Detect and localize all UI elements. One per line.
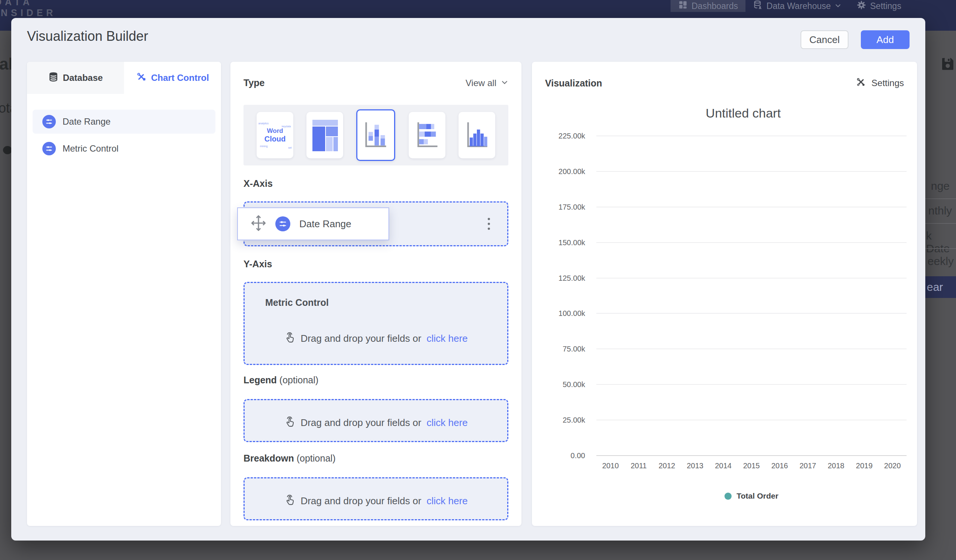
view-all-dropdown[interactable]: View all <box>465 78 508 88</box>
tab-chart-control-label: Chart Control <box>151 73 209 83</box>
y-tick-label: 200.00k <box>539 167 585 176</box>
chart-title: Untitled chart <box>577 106 910 121</box>
word-cloud-text: Word <box>264 127 286 135</box>
chart-settings-button[interactable]: Settings <box>855 77 904 89</box>
tab-database[interactable]: Database <box>27 62 124 94</box>
bar-chart: 225.00k200.00k175.00k150.00k125.00k100.0… <box>539 136 910 456</box>
nav-label-data-warehouse: Data Warehouse <box>766 1 831 11</box>
x-tick-label: 2013 <box>681 461 709 470</box>
dashboards-grid-icon <box>678 0 688 12</box>
x-tick-label: 2016 <box>766 461 794 470</box>
y-tick-label: 75.00k <box>539 345 585 353</box>
stacked-column-icon <box>364 121 388 150</box>
bg-selected-list-fragment: ear <box>922 276 956 298</box>
y-tick-label: 225.00k <box>539 132 585 140</box>
settings-label: Settings <box>871 78 904 88</box>
chart-type-carousel[interactable]: analytics keydata Word Cloud mining set <box>244 105 508 165</box>
bg-list-fragment-1: nge <box>931 180 950 192</box>
bg-list-fragment-2: nthly <box>928 204 952 217</box>
top-nav: Dashboards Data Warehouse Settings <box>671 0 909 12</box>
legend-series-label: Total Order <box>736 491 778 500</box>
x-tick-label: 2015 <box>737 461 765 470</box>
stacked-bar-icon <box>415 121 439 150</box>
visualization-panel: Visualization Settings Untitled chart 22… <box>532 62 917 526</box>
x-tick-label: 2019 <box>850 461 878 470</box>
y-axis-drop-zone[interactable]: Metric Control Drag and drop your fields… <box>244 282 508 365</box>
y-axis-zone-title: Metric Control <box>265 297 329 308</box>
chart-type-word-cloud[interactable]: analytics keydata Word Cloud mining set <box>256 112 293 158</box>
x-tick-label: 2017 <box>794 461 822 470</box>
fields-panel-tabs: Database Chart Control <box>27 62 221 94</box>
tab-chart-control[interactable]: Chart Control <box>124 62 221 94</box>
bg-separator <box>925 223 956 224</box>
logo-line-2: INSIDER <box>0 8 56 18</box>
click-here-link[interactable]: click here <box>427 417 468 428</box>
click-here-link[interactable]: click here <box>427 333 468 344</box>
word-cloud-text: Cloud <box>264 135 286 143</box>
chevron-down-icon <box>501 78 508 88</box>
nav-item-settings[interactable]: Settings <box>849 0 909 12</box>
builder-panel: Type View all analytics keydata Word Clo… <box>230 62 522 526</box>
gear-icon <box>856 0 866 13</box>
dragged-chip-label: Date Range <box>299 218 351 230</box>
chart-type-treemap[interactable] <box>307 112 343 158</box>
crossed-tools-icon <box>855 77 866 89</box>
chevron-down-icon <box>835 1 841 11</box>
bg-bullet-fragment <box>3 146 12 154</box>
nav-label-dashboards: Dashboards <box>692 1 738 11</box>
x-tick-label: 2010 <box>596 461 624 470</box>
bg-list-fragment-3: k Date <box>926 229 956 255</box>
y-tick-label: 50.00k <box>539 380 585 389</box>
warehouse-database-icon <box>753 0 763 12</box>
nav-label-settings: Settings <box>870 1 901 11</box>
x-tick-label: 2014 <box>709 461 737 470</box>
field-item-metric-control[interactable]: Metric Control <box>33 136 215 161</box>
logo-line-1: DATA <box>0 0 56 8</box>
y-tick-label: 150.00k <box>539 238 585 247</box>
database-icon <box>48 72 58 84</box>
modal-title: Visualization Builder <box>27 28 148 44</box>
legend-marker <box>725 493 732 500</box>
chart-bars <box>596 136 907 456</box>
field-label-metric-control: Metric Control <box>63 143 118 154</box>
breakdown-drop-zone[interactable]: Drag and drop your fields or click here <box>244 477 508 520</box>
bg-separator <box>925 198 956 199</box>
cancel-button[interactable]: Cancel <box>800 30 849 49</box>
breakdown-heading: Breakdown (optional) <box>244 453 336 464</box>
tab-database-label: Database <box>63 73 103 83</box>
chart-type-stacked-column-selected[interactable] <box>356 109 395 161</box>
x-tick-label: 2012 <box>653 461 681 470</box>
bg-list-fragment-4: eekly <box>928 255 954 268</box>
legend-drop-zone[interactable]: Drag and drop your fields or click here <box>244 399 508 442</box>
nav-item-data-warehouse[interactable]: Data Warehouse <box>745 0 849 12</box>
add-button[interactable]: Add <box>861 30 910 49</box>
y-tick-label: 125.00k <box>539 274 585 282</box>
nav-item-dashboards[interactable]: Dashboards <box>671 0 745 12</box>
x-axis-labels: 2010201120122013201420152016201720182019… <box>596 461 907 470</box>
chart-type-column[interactable] <box>459 112 495 158</box>
x-tick-label: 2011 <box>624 461 653 470</box>
control-badge-icon <box>42 115 56 129</box>
y-tick-label: 0.00 <box>539 452 585 460</box>
column-chart-icon <box>465 121 489 150</box>
view-all-label: View all <box>465 78 496 88</box>
control-badge-icon <box>42 142 56 155</box>
chart-legend: Total Order <box>596 491 907 500</box>
move-cursor-icon <box>251 215 266 233</box>
app-logo: DATA INSIDER <box>0 0 56 18</box>
legend-heading: Legend (optional) <box>244 375 318 386</box>
click-here-link[interactable]: click here <box>427 495 468 507</box>
x-tick-label: 2020 <box>879 461 907 470</box>
type-section-heading: Type <box>244 77 265 88</box>
drop-hint-text: Drag and drop your fields or <box>300 333 421 344</box>
tap-hand-icon <box>284 415 295 430</box>
tap-hand-icon <box>284 493 295 509</box>
kebab-menu-icon[interactable] <box>488 218 490 230</box>
dragged-field-chip-date-range[interactable]: Date Range <box>237 207 389 240</box>
treemap-icon <box>313 120 337 151</box>
field-item-date-range[interactable]: Date Range <box>33 110 215 133</box>
chart-type-stacked-bar[interactable] <box>409 112 445 158</box>
tap-hand-icon <box>284 331 295 346</box>
y-axis-ticks: 225.00k200.00k175.00k150.00k125.00k100.0… <box>539 136 585 456</box>
save-icon <box>940 56 955 73</box>
